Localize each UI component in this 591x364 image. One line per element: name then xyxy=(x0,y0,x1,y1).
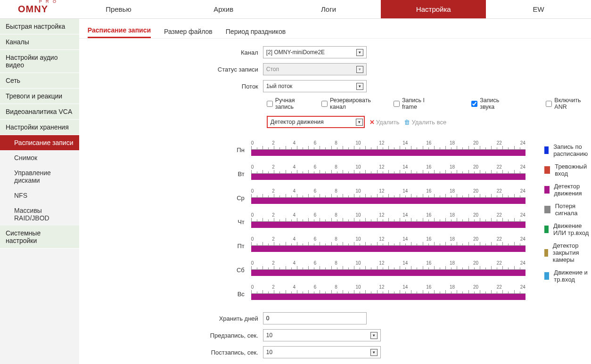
schedule-tick-label: 14 xyxy=(402,140,408,146)
schedule-tick-label: 8 xyxy=(335,284,337,290)
schedule-tick-label: 18 xyxy=(450,212,455,218)
schedule-tick-label: 20 xyxy=(473,212,478,218)
schedule-tick-label: 4 xyxy=(293,188,296,194)
schedule-tick-label: 16 xyxy=(426,212,431,218)
schedule-tick-label: 6 xyxy=(314,284,317,290)
schedule-bar[interactable] xyxy=(251,294,525,300)
schedule-day-label: Пн xyxy=(225,143,251,154)
side-system[interactable]: Системные настройки xyxy=(0,226,79,249)
side-disk-mgmt[interactable]: Управление дисками xyxy=(0,165,79,188)
schedule-tick-label: 12 xyxy=(379,284,384,290)
schedule-tick-label: 2 xyxy=(272,164,275,170)
schedule-tick-label: 16 xyxy=(426,188,431,194)
schedule-tick-label: 4 xyxy=(293,260,296,266)
stream-select[interactable]: 1ый поток ▾ xyxy=(263,80,367,92)
keep-days-input[interactable] xyxy=(263,312,367,324)
prerecord-label: Предзапись, сек. xyxy=(79,332,263,339)
side-network[interactable]: Сеть xyxy=(0,73,79,89)
schedule-bar[interactable] xyxy=(251,198,525,204)
delete-button[interactable]: ✕Удалить xyxy=(369,119,400,126)
schedule-tick-label: 6 xyxy=(314,140,317,146)
side-nfs[interactable]: NFS xyxy=(0,188,79,203)
schedule-tick-label: 12 xyxy=(379,140,384,146)
nav-logs[interactable]: Логи xyxy=(276,0,381,18)
audio-checkbox[interactable]: Запись звука xyxy=(471,97,512,110)
schedule-day-label: Сб xyxy=(225,263,251,274)
nav-ew[interactable]: EW xyxy=(486,0,591,18)
schedule-track[interactable]: 024681012141618202224 xyxy=(251,140,525,156)
schedule-track[interactable]: 024681012141618202224 xyxy=(251,164,525,180)
side-quick-setup[interactable]: Быстрая настройка xyxy=(0,19,79,34)
side-alarms[interactable]: Тревоги и реакции xyxy=(0,89,79,104)
side-snapshot[interactable]: Снимок xyxy=(0,150,79,165)
legend-swatch xyxy=(544,146,549,154)
legend-item[interactable]: Потеря сигнала xyxy=(544,202,591,217)
schedule-row: Вт024681012141618202224 xyxy=(225,164,525,180)
legend-item[interactable]: Детектор закрытия камеры xyxy=(544,242,591,263)
status-label: Статус записи xyxy=(79,66,263,73)
schedule-tick-label: 0 xyxy=(251,284,254,290)
schedule-track[interactable]: 024681012141618202224 xyxy=(251,188,525,204)
status-value: Стоп xyxy=(266,66,279,73)
nav-settings[interactable]: Настройка xyxy=(381,0,486,18)
schedule-tick-label: 8 xyxy=(335,164,337,170)
schedule-bar[interactable] xyxy=(251,246,525,252)
schedule-tick-label: 22 xyxy=(497,284,502,290)
schedule-tick-label: 24 xyxy=(520,164,525,170)
close-icon: ✕ xyxy=(369,119,375,126)
schedule-tick-label: 4 xyxy=(293,140,296,146)
legend-label: Движение ИЛИ тр.вход xyxy=(553,222,591,236)
trash-icon: 🗑 xyxy=(404,119,410,126)
legend-item[interactable]: Запись по расписанию xyxy=(544,143,591,157)
main-content: Расписание записи Размер файлов Период п… xyxy=(79,19,591,364)
schedule-tick-label: 14 xyxy=(402,260,408,266)
schedule-grid: Пн024681012141618202224Вт024681012141618… xyxy=(225,140,525,308)
schedule-tick-label: 16 xyxy=(426,236,431,242)
iframe-checkbox[interactable]: Запись I frame xyxy=(394,97,437,110)
event-type-select[interactable]: Детектор движения ▾ xyxy=(267,116,365,128)
schedule-tick-label: 4 xyxy=(293,284,296,290)
schedule-tick-label: 24 xyxy=(520,188,525,194)
schedule-tick-label: 16 xyxy=(426,164,431,170)
side-av-settings[interactable]: Настройки аудио видео xyxy=(0,50,79,73)
schedule-row: Пт024681012141618202224 xyxy=(225,236,525,252)
schedule-bar[interactable] xyxy=(251,174,525,180)
schedule-tick-label: 0 xyxy=(251,164,254,170)
nav-archive[interactable]: Архив xyxy=(171,0,276,18)
schedule-tick-label: 0 xyxy=(251,260,254,266)
schedule-tick-label: 6 xyxy=(314,260,317,266)
schedule-track[interactable]: 024681012141618202224 xyxy=(251,260,525,276)
subtab-filesize[interactable]: Размер файлов xyxy=(164,28,213,38)
schedule-tick-label: 24 xyxy=(520,236,525,242)
side-storage[interactable]: Настройки хранения xyxy=(0,120,79,135)
schedule-bar[interactable] xyxy=(251,222,525,228)
legend-item[interactable]: Тревожный вход xyxy=(544,163,591,177)
delete-all-button[interactable]: 🗑Удалить все xyxy=(404,119,446,126)
subtab-holiday[interactable]: Период праздников xyxy=(226,28,286,38)
legend-item[interactable]: Движение ИЛИ тр.вход xyxy=(544,222,591,236)
side-vca[interactable]: Видеоаналитика VCA xyxy=(0,104,79,120)
schedule-tick-label: 4 xyxy=(293,164,296,170)
manual-record-checkbox[interactable]: Ручная запись xyxy=(267,97,311,110)
schedule-tick-label: 24 xyxy=(520,260,525,266)
status-select[interactable]: Стоп ▾ xyxy=(263,63,367,75)
channel-select[interactable]: [2] OMNY-miniDome2E ▾ xyxy=(263,46,367,58)
schedule-track[interactable]: 024681012141618202224 xyxy=(251,284,525,300)
nav-preview[interactable]: Превью xyxy=(66,0,171,18)
side-channels[interactable]: Каналы xyxy=(0,34,79,50)
prerecord-select[interactable]: 10 ▾ xyxy=(263,329,381,341)
anr-checkbox[interactable]: Включить ANR xyxy=(546,97,591,110)
postrecord-select[interactable]: 10 ▾ xyxy=(263,346,381,358)
schedule-bar[interactable] xyxy=(251,150,525,156)
schedule-tick-label: 8 xyxy=(335,212,337,218)
side-record-schedule[interactable]: Расписание записи xyxy=(0,135,79,150)
side-raid[interactable]: Массивы RAID/JBOD xyxy=(0,203,79,226)
reserve-channel-checkbox[interactable]: Резервировать канал xyxy=(321,97,383,110)
schedule-track[interactable]: 024681012141618202224 xyxy=(251,236,525,252)
schedule-tick-label: 16 xyxy=(426,260,431,266)
legend-item[interactable]: Движение и тр.вход xyxy=(544,269,591,283)
schedule-bar[interactable] xyxy=(251,270,525,276)
legend-item[interactable]: Детектор движения xyxy=(544,183,591,197)
schedule-track[interactable]: 024681012141618202224 xyxy=(251,212,525,228)
subtab-schedule[interactable]: Расписание записи xyxy=(88,26,151,38)
